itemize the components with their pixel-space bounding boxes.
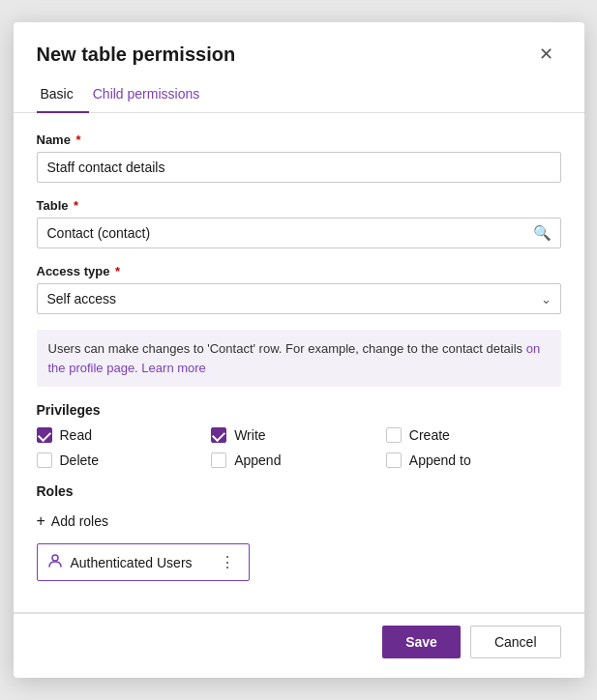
tabs-container: Basic Child permissions [14, 67, 584, 113]
privilege-append[interactable]: Append [211, 452, 386, 468]
role-name: Authenticated Users [71, 555, 193, 570]
delete-checkbox[interactable] [37, 452, 52, 468]
access-type-field-group: Access type * Self access Global access … [37, 264, 561, 314]
role-tag-left: Authenticated Users [47, 553, 193, 571]
privilege-delete[interactable]: Delete [37, 452, 212, 468]
modal-footer: Save Cancel [14, 613, 584, 678]
access-type-select[interactable]: Self access Global access Parent:Child [37, 283, 561, 314]
delete-label: Delete [60, 452, 99, 468]
modal-body: Name * Table * 🔍 Access type * Self acce… [14, 113, 584, 612]
access-required-marker: * [111, 264, 120, 278]
tab-child-permissions[interactable]: Child permissions [89, 78, 215, 113]
create-checkbox[interactable] [386, 427, 402, 443]
table-search-wrap: 🔍 [37, 218, 561, 248]
privilege-write[interactable]: Write [211, 427, 386, 443]
read-checkbox[interactable] [37, 427, 52, 443]
append-to-checkbox[interactable] [386, 452, 402, 468]
role-more-button[interactable]: ⋮ [216, 551, 239, 573]
user-role-icon [47, 553, 63, 571]
svg-point-0 [52, 555, 58, 561]
privileges-section: Privileges Read Write Create Delete [37, 402, 561, 468]
name-field-group: Name * [37, 132, 561, 183]
modal-header: New table permission ✕ [14, 22, 584, 67]
table-required-marker: * [71, 198, 79, 213]
modal-dialog: New table permission ✕ Basic Child permi… [14, 22, 584, 678]
access-type-label: Access type * [37, 264, 561, 278]
add-roles-button[interactable]: + Add roles [37, 509, 109, 534]
role-tag-authenticated-users: Authenticated Users ⋮ [37, 543, 250, 581]
add-roles-label: Add roles [51, 513, 108, 529]
access-type-select-wrap: Self access Global access Parent:Child ⌄ [37, 283, 561, 314]
write-label: Write [234, 427, 265, 443]
privileges-label: Privileges [37, 402, 561, 418]
append-checkbox[interactable] [211, 452, 226, 468]
table-label: Table * [37, 198, 561, 213]
cancel-button[interactable]: Cancel [470, 626, 561, 658]
modal-title: New table permission [37, 44, 236, 66]
info-box: Users can make changes to 'Contact' row.… [37, 330, 561, 387]
plus-icon: + [37, 512, 45, 530]
privileges-grid: Read Write Create Delete Append [37, 427, 561, 468]
read-label: Read [60, 427, 92, 443]
tab-basic[interactable]: Basic [37, 78, 89, 113]
roles-label: Roles [37, 483, 561, 499]
name-required-marker: * [73, 132, 81, 147]
privilege-append-to[interactable]: Append to [386, 452, 561, 468]
name-label: Name * [37, 132, 561, 147]
table-input[interactable] [37, 218, 561, 248]
roles-section: Roles + Add roles Authenticated Users ⋮ [37, 483, 561, 581]
privilege-create[interactable]: Create [386, 427, 561, 443]
append-label: Append [234, 452, 281, 468]
write-checkbox[interactable] [211, 427, 226, 443]
save-button[interactable]: Save [382, 626, 461, 658]
table-field-group: Table * 🔍 [37, 198, 561, 248]
info-text: Users can make changes to 'Contact' row.… [48, 341, 523, 356]
name-input[interactable] [37, 152, 561, 183]
append-to-label: Append to [409, 452, 471, 468]
privilege-read[interactable]: Read [37, 427, 212, 443]
close-button[interactable]: ✕ [531, 42, 561, 67]
learn-more-link[interactable]: Learn more [141, 361, 205, 375]
create-label: Create [409, 427, 450, 443]
